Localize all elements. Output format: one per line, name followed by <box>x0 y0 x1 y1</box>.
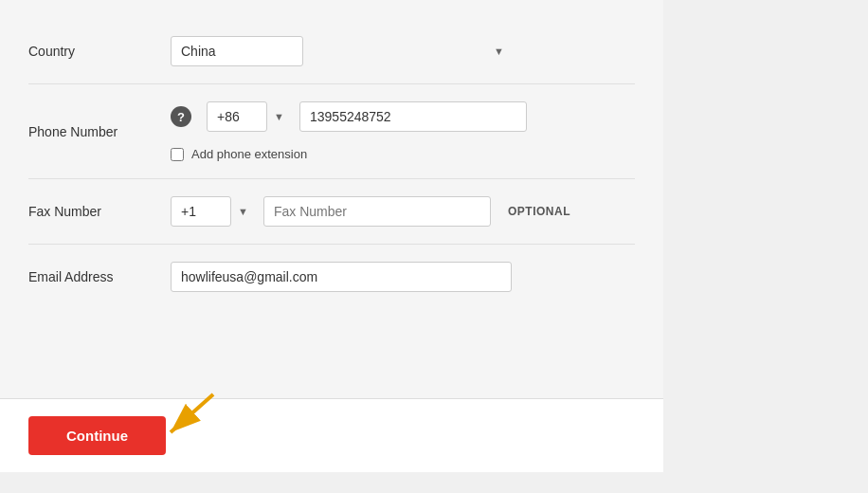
country-field-content: China United States United Kingdom Canad… <box>171 36 635 66</box>
fax-number-input[interactable] <box>263 196 491 227</box>
phone-help-icon[interactable]: ? <box>171 106 191 127</box>
email-label: Email Address <box>28 269 171 284</box>
svg-line-1 <box>171 394 213 432</box>
fax-field-content: +1 +86 +44 ▼ OPTIONAL <box>171 196 635 227</box>
country-chevron-icon: ▼ <box>494 46 504 57</box>
phone-label: Phone Number <box>28 124 171 139</box>
continue-button[interactable]: Continue <box>28 416 166 455</box>
fax-code-select[interactable]: +1 +86 +44 <box>171 196 231 227</box>
phone-number-input[interactable] <box>299 101 527 132</box>
phone-field-content: ? +86 +1 +44 +81 +49 ▼ Add phone extensi… <box>171 101 635 161</box>
fax-optional-badge: OPTIONAL <box>508 205 570 218</box>
country-label: Country <box>28 44 171 59</box>
form-area: Country China United States United Kingd… <box>0 0 663 398</box>
fax-row: Fax Number +1 +86 +44 ▼ OPTIONAL <box>28 179 635 245</box>
arrow-annotation <box>152 390 227 450</box>
email-field-content <box>171 262 635 292</box>
phone-code-chevron-icon: ▼ <box>274 111 284 122</box>
phone-row: Phone Number ? +86 +1 +44 +81 +49 ▼ <box>28 84 635 179</box>
phone-extension-checkbox[interactable] <box>171 148 184 161</box>
phone-extension-label: Add phone extension <box>191 147 307 161</box>
phone-code-select-wrapper: +86 +1 +44 +81 +49 ▼ <box>207 101 292 132</box>
phone-extension-row: Add phone extension <box>171 147 635 161</box>
email-row: Email Address <box>28 245 635 309</box>
country-row: Country China United States United Kingd… <box>28 19 635 84</box>
country-select-wrapper: China United States United Kingdom Canad… <box>171 36 512 66</box>
email-input[interactable] <box>171 262 512 292</box>
fax-code-select-wrapper: +1 +86 +44 ▼ <box>171 196 256 227</box>
phone-code-select[interactable]: +86 +1 +44 +81 +49 <box>207 101 267 132</box>
country-select[interactable]: China United States United Kingdom Canad… <box>171 36 303 66</box>
arrow-icon <box>152 390 227 447</box>
bottom-bar: Continue <box>0 398 663 472</box>
fax-label: Fax Number <box>28 204 171 219</box>
fax-code-chevron-icon: ▼ <box>238 206 248 217</box>
